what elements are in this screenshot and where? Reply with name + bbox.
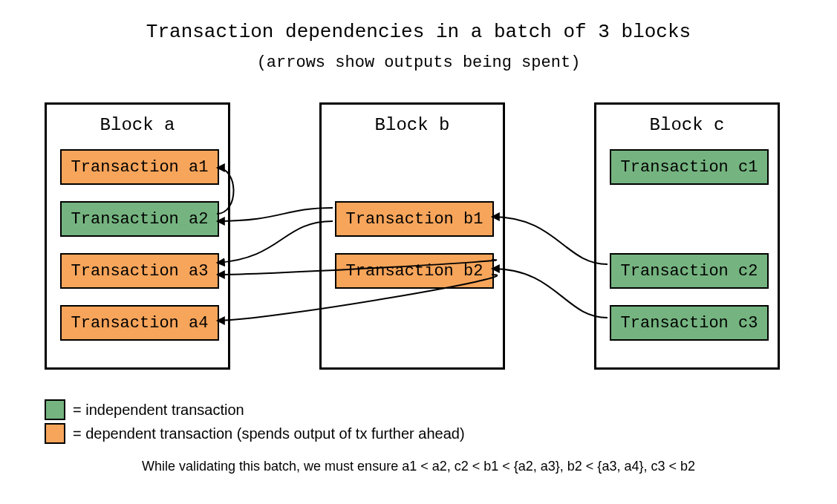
edge-b2-a3 bbox=[217, 260, 496, 275]
diagram-title: Transaction dependencies in a batch of 3… bbox=[0, 21, 837, 43]
edge-b1-a2 bbox=[217, 208, 333, 221]
dependency-edges bbox=[45, 102, 795, 370]
edge-b2-a4 bbox=[217, 275, 497, 321]
diagram-canvas: Block a Transaction a1 Transaction a2 Tr… bbox=[45, 102, 795, 370]
legend: = independent transaction = dependent tr… bbox=[45, 398, 465, 445]
edge-c2-b1 bbox=[492, 217, 608, 264]
legend-orange-label: = dependent transaction (spends output o… bbox=[73, 425, 465, 442]
edge-b1-a3 bbox=[217, 221, 333, 263]
legend-green-row: = independent transaction bbox=[45, 398, 465, 422]
footer-caption: While validating this batch, we must ens… bbox=[45, 459, 792, 474]
edge-a2-a1 bbox=[217, 168, 234, 214]
diagram-subtitle: (arrows show outputs being spent) bbox=[0, 53, 837, 72]
legend-orange-swatch bbox=[45, 423, 65, 444]
edge-c3-b2 bbox=[492, 269, 608, 318]
legend-green-swatch bbox=[45, 399, 65, 420]
legend-green-label: = independent transaction bbox=[73, 402, 244, 419]
legend-orange-row: = dependent transaction (spends output o… bbox=[45, 422, 465, 445]
